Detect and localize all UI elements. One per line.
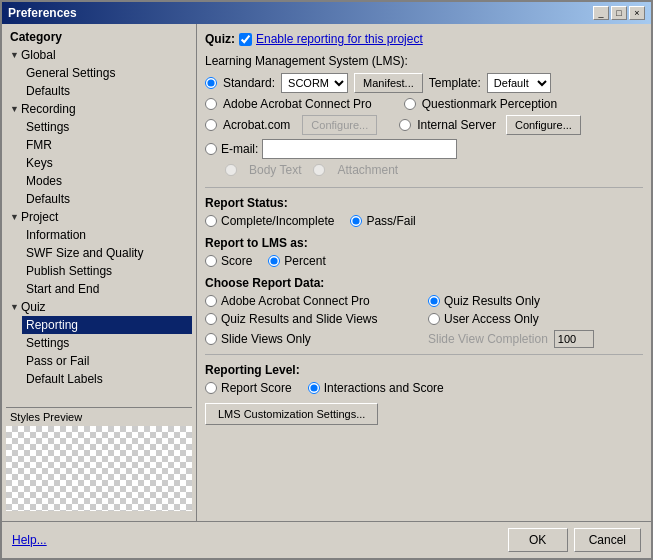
standard-radio[interactable] xyxy=(205,77,217,89)
sidebar-item-recording-defaults[interactable]: Defaults xyxy=(22,190,192,208)
sidebar-item-start-end[interactable]: Start and End xyxy=(22,280,192,298)
sidebar-item-pass-fail[interactable]: Pass or Fail xyxy=(22,352,192,370)
expand-arrow-quiz: ▼ xyxy=(10,302,19,312)
separator-1 xyxy=(205,187,643,188)
title-bar: Preferences _ □ × xyxy=(2,2,651,24)
questionmark-radio[interactable] xyxy=(404,98,416,110)
score-label: Score xyxy=(221,254,252,268)
sidebar-item-default-labels[interactable]: Default Labels xyxy=(22,370,192,388)
sidebar-item-swf-size[interactable]: SWF Size and Quality xyxy=(22,244,192,262)
report-score-radio[interactable] xyxy=(205,382,217,394)
attachment-label: Attachment xyxy=(337,163,398,177)
slide-completion-label: Slide View Completion xyxy=(428,332,548,346)
percent-radio[interactable] xyxy=(268,255,280,267)
internal-server-radio[interactable] xyxy=(399,119,411,131)
sidebar-item-global-defaults[interactable]: Defaults xyxy=(22,82,192,100)
quiz-results-slide-views-item[interactable]: Quiz Results and Slide Views xyxy=(205,312,420,326)
sidebar-item-modes[interactable]: Modes xyxy=(22,172,192,190)
quiz-results-slide-views-radio[interactable] xyxy=(205,313,217,325)
sidebar-item-publish-settings[interactable]: Publish Settings xyxy=(22,262,192,280)
sidebar-item-recording-settings[interactable]: Settings xyxy=(22,118,192,136)
sidebar-item-information[interactable]: Information xyxy=(22,226,192,244)
reporting-level-row: Report Score Interactions and Score xyxy=(205,381,643,395)
close-button[interactable]: × xyxy=(629,6,645,20)
maximize-button[interactable]: □ xyxy=(611,6,627,20)
preferences-dialog: Preferences _ □ × Category ▼ Global Gene… xyxy=(0,0,653,560)
acrobat-com-radio[interactable] xyxy=(205,119,217,131)
main-content: Category ▼ Global General Settings Defau… xyxy=(2,24,651,521)
quiz-enable-row: Quiz: Enable reporting for this project xyxy=(205,32,643,46)
report-status-row: Complete/Incomplete Pass/Fail xyxy=(205,214,643,228)
report-score-item[interactable]: Report Score xyxy=(205,381,292,395)
quiz-results-only-item[interactable]: Quiz Results Only xyxy=(428,294,643,308)
ok-button[interactable]: OK xyxy=(508,528,568,552)
lms-customization-button[interactable]: LMS Customization Settings... xyxy=(205,403,378,425)
recording-label: Recording xyxy=(21,102,76,116)
interactions-score-label: Interactions and Score xyxy=(324,381,444,395)
standard-row: Standard: SCORM AICC xAPI Manifest... Te… xyxy=(205,73,643,93)
email-label: E-mail: xyxy=(221,142,258,156)
acrobat-internal-row: Acrobat.com Configure... Internal Server… xyxy=(205,115,643,135)
score-item[interactable]: Score xyxy=(205,254,252,268)
complete-incomplete-item[interactable]: Complete/Incomplete xyxy=(205,214,334,228)
adobe-connect-radio[interactable] xyxy=(205,98,217,110)
slide-completion-input[interactable] xyxy=(554,330,594,348)
complete-incomplete-radio[interactable] xyxy=(205,215,217,227)
standard-label: Standard: xyxy=(223,76,275,90)
sidebar-item-global[interactable]: ▼ Global xyxy=(6,46,192,64)
configure-button-1[interactable]: Configure... xyxy=(302,115,377,135)
sidebar-item-keys[interactable]: Keys xyxy=(22,154,192,172)
quiz-results-only-radio[interactable] xyxy=(428,295,440,307)
sidebar-item-quiz-settings[interactable]: Settings xyxy=(22,334,192,352)
questionmark-label: Questionmark Perception xyxy=(422,97,557,111)
title-bar-buttons: _ □ × xyxy=(593,6,645,20)
expand-arrow-recording: ▼ xyxy=(10,104,19,114)
interactions-score-radio[interactable] xyxy=(308,382,320,394)
dialog-title: Preferences xyxy=(8,6,77,20)
global-label: Global xyxy=(21,48,56,62)
pass-fail-item[interactable]: Pass/Fail xyxy=(350,214,415,228)
sidebar-item-quiz[interactable]: ▼ Quiz xyxy=(6,298,192,316)
styles-preview-section: Styles Preview xyxy=(6,407,192,517)
user-access-only-radio[interactable] xyxy=(428,313,440,325)
adobe-connect-pro-radio[interactable] xyxy=(205,295,217,307)
percent-item[interactable]: Percent xyxy=(268,254,325,268)
sidebar-item-recording[interactable]: ▼ Recording xyxy=(6,100,192,118)
sidebar-item-project[interactable]: ▼ Project xyxy=(6,208,192,226)
reporting-level-label: Reporting Level: xyxy=(205,363,643,377)
manifest-button[interactable]: Manifest... xyxy=(354,73,423,93)
email-row: E-mail: xyxy=(205,139,643,159)
email-radio[interactable] xyxy=(205,143,217,155)
lms-section: Learning Management System (LMS): Standa… xyxy=(205,54,643,177)
help-link[interactable]: Help... xyxy=(12,533,47,547)
quiz-results-only-label: Quiz Results Only xyxy=(444,294,540,308)
user-access-only-item[interactable]: User Access Only xyxy=(428,312,643,326)
quiz-results-slide-views-label: Quiz Results and Slide Views xyxy=(221,312,378,326)
score-radio[interactable] xyxy=(205,255,217,267)
pass-fail-label: Pass/Fail xyxy=(366,214,415,228)
adobe-connect-pro-item[interactable]: Adobe Acrobat Connect Pro xyxy=(205,294,420,308)
tree-container: Category ▼ Global General Settings Defau… xyxy=(6,28,192,407)
attachment-radio[interactable] xyxy=(313,164,325,176)
email-input[interactable] xyxy=(262,139,457,159)
interactions-score-item[interactable]: Interactions and Score xyxy=(308,381,444,395)
standard-select[interactable]: SCORM AICC xAPI xyxy=(281,73,348,93)
bottom-bar: Help... OK Cancel xyxy=(2,521,651,558)
slide-completion-row: Slide View Completion xyxy=(428,330,643,348)
sidebar-item-reporting[interactable]: Reporting xyxy=(22,316,192,334)
bottom-right-buttons: OK Cancel xyxy=(508,528,641,552)
slide-views-only-item[interactable]: Slide Views Only xyxy=(205,330,420,348)
cancel-button[interactable]: Cancel xyxy=(574,528,641,552)
acrobat-com-label: Acrobat.com xyxy=(223,118,290,132)
sidebar-item-fmr[interactable]: FMR xyxy=(22,136,192,154)
minimize-button[interactable]: _ xyxy=(593,6,609,20)
body-text-radio[interactable] xyxy=(225,164,237,176)
slide-views-only-radio[interactable] xyxy=(205,333,217,345)
sidebar-item-general-settings[interactable]: General Settings xyxy=(22,64,192,82)
quiz-label: Quiz xyxy=(21,300,46,314)
configure-button-2[interactable]: Configure... xyxy=(506,115,581,135)
styles-preview-label: Styles Preview xyxy=(6,408,192,426)
pass-fail-radio[interactable] xyxy=(350,215,362,227)
template-select[interactable]: Default Custom xyxy=(487,73,551,93)
enable-reporting-checkbox[interactable] xyxy=(239,33,252,46)
